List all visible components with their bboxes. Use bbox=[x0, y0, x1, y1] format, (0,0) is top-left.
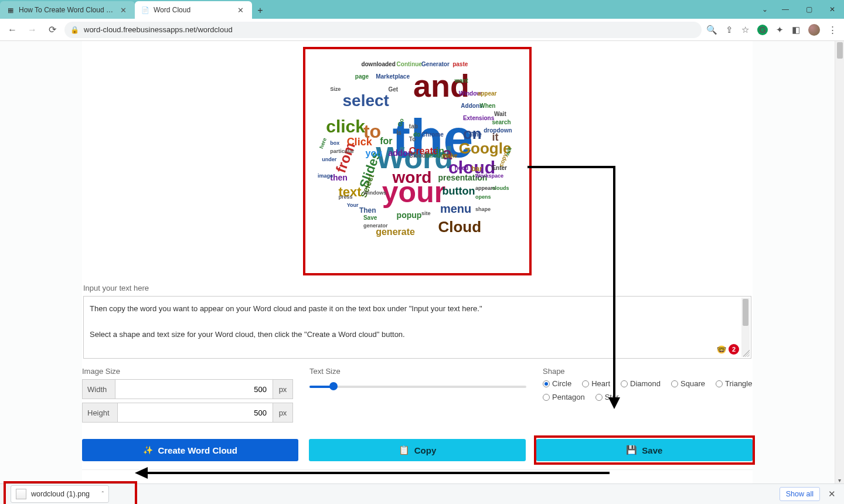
height-input[interactable] bbox=[117, 403, 273, 423]
close-download-shelf-button[interactable]: ✕ bbox=[826, 486, 838, 502]
page-viewport: ▴ ▾ theandWordyourclickselecttoonGooglec… bbox=[0, 41, 844, 483]
tab-title: Word Cloud bbox=[154, 6, 232, 14]
show-all-downloads-button[interactable]: Show all bbox=[780, 487, 820, 501]
textarea-scrollbar[interactable] bbox=[741, 298, 750, 357]
shape-option-heart[interactable]: Heart bbox=[582, 379, 610, 388]
text-input-wrapper: 🤓 2 bbox=[83, 296, 751, 359]
window-close-button[interactable]: ✕ bbox=[821, 0, 844, 19]
shape-option-star[interactable]: Star bbox=[595, 393, 619, 401]
window-minimize-button[interactable]: — bbox=[774, 0, 797, 19]
side-panel-icon[interactable]: ◧ bbox=[792, 25, 800, 35]
profile-avatar-icon[interactable] bbox=[808, 24, 820, 36]
browser-tab-active[interactable]: 📄 Word Cloud ✕ bbox=[135, 1, 252, 19]
wordcloud-word: word bbox=[393, 169, 432, 186]
download-item[interactable]: wordcloud (1).png ˆ bbox=[11, 485, 109, 503]
shape-label: Shape bbox=[543, 367, 753, 376]
wordcloud-word: Your bbox=[347, 203, 359, 208]
wordcloud-word: select bbox=[343, 93, 389, 109]
url-text: word-cloud.freebusinessapps.net/wordclou… bbox=[84, 25, 233, 34]
shape-option-label: Pentagon bbox=[552, 393, 585, 401]
copy-button[interactable]: 📋 Copy bbox=[309, 439, 525, 461]
copy-button-label: Copy bbox=[414, 445, 437, 455]
wordcloud-word: Extensions bbox=[463, 115, 494, 121]
wordcloud-word: and bbox=[413, 70, 469, 101]
share-icon[interactable]: ⇪ bbox=[726, 25, 733, 35]
chevron-up-icon[interactable]: ˆ bbox=[101, 491, 104, 498]
page-scrollbar[interactable]: ▴ ▾ bbox=[835, 41, 844, 483]
sparkle-icon: ✨ bbox=[143, 445, 153, 455]
divider bbox=[82, 469, 753, 470]
extensions-puzzle-icon[interactable]: ✦ bbox=[776, 25, 784, 35]
width-input[interactable] bbox=[115, 379, 273, 399]
text-size-label: Text Size bbox=[309, 367, 526, 376]
zoom-icon[interactable]: 🔍 bbox=[706, 25, 717, 35]
textarea-resize-handle[interactable] bbox=[743, 350, 750, 357]
new-tab-button[interactable]: + bbox=[252, 2, 268, 19]
grammarly-issue-badge[interactable]: 2 bbox=[729, 344, 739, 355]
wordcloud-word: generator bbox=[363, 223, 388, 229]
shape-option-square[interactable]: Square bbox=[671, 379, 705, 388]
shape-option-label: Diamond bbox=[630, 379, 661, 388]
download-shelf: wordcloud (1).png ˆ Show all ✕ bbox=[0, 483, 844, 504]
wordcloud-word: Enter bbox=[492, 165, 507, 171]
wordcloud-word: paste bbox=[452, 62, 468, 67]
wordcloud-word: downloaded bbox=[361, 62, 395, 67]
extension-g-icon[interactable]: G bbox=[757, 25, 768, 35]
browser-tab-inactive[interactable]: ▦ How To Create Word Cloud For G ✕ bbox=[0, 1, 135, 19]
scroll-thumb[interactable] bbox=[837, 42, 843, 59]
address-bar[interactable]: 🔒 word-cloud.freebusinessapps.net/wordcl… bbox=[64, 22, 702, 38]
wordcloud-word: Marketplace bbox=[376, 74, 410, 80]
shape-option-triangle[interactable]: Triangle bbox=[716, 379, 752, 388]
wordcloud-word: Save bbox=[363, 215, 377, 221]
wordcloud-word: Windows bbox=[363, 190, 386, 196]
bookmark-star-icon[interactable]: ☆ bbox=[741, 25, 749, 35]
shape-option-label: Star bbox=[605, 393, 619, 401]
forward-button[interactable]: → bbox=[25, 22, 40, 38]
wordcloud-word: particular bbox=[330, 149, 354, 154]
wordcloud-word: under bbox=[322, 157, 336, 162]
wordcloud-word: need bbox=[455, 165, 468, 171]
radio-icon bbox=[595, 394, 603, 401]
wordcloud-word: box bbox=[330, 141, 339, 146]
back-button[interactable]: ← bbox=[5, 22, 20, 38]
wordcloud-word: site bbox=[421, 211, 431, 216]
wordcloud-word: Is bbox=[397, 130, 401, 136]
wordcloud-word: menu bbox=[440, 203, 471, 214]
kebab-menu-icon[interactable]: ⋮ bbox=[828, 25, 837, 35]
wordcloud-word: bar bbox=[471, 165, 482, 172]
download-filename: wordcloud (1).png bbox=[31, 490, 90, 498]
radio-icon bbox=[671, 380, 678, 387]
save-button[interactable]: 💾 Save bbox=[536, 439, 753, 461]
shape-option-diamond[interactable]: Diamond bbox=[621, 379, 661, 388]
shape-option-circle[interactable]: Circle bbox=[543, 379, 571, 388]
file-thumbnail-icon bbox=[16, 489, 26, 499]
save-disk-icon: 💾 bbox=[626, 445, 637, 455]
close-tab-icon[interactable]: ✕ bbox=[235, 6, 246, 15]
window-title-bar: ▦ How To Create Word Cloud For G ✕ 📄 Wor… bbox=[0, 0, 844, 19]
reload-button[interactable]: ⟳ bbox=[45, 22, 60, 38]
close-tab-icon[interactable]: ✕ bbox=[118, 6, 129, 15]
wordcloud-word: clouds bbox=[492, 186, 509, 191]
window-maximize-button[interactable]: ▢ bbox=[797, 0, 821, 19]
wordcloud-word: button bbox=[442, 186, 475, 196]
save-button-label: Save bbox=[642, 445, 662, 455]
scroll-down-arrow-icon[interactable]: ▾ bbox=[835, 477, 844, 483]
source-text-input[interactable] bbox=[84, 297, 751, 356]
tab-search-icon[interactable]: ⌄ bbox=[756, 5, 774, 13]
wordcloud-favicon-icon: 📄 bbox=[141, 5, 150, 15]
wordcloud-word: Then bbox=[359, 207, 376, 214]
grammarly-emoji-icon[interactable]: 🤓 bbox=[717, 345, 726, 354]
create-button-label: Create Word Cloud bbox=[158, 445, 237, 455]
input-text-label: Input your text here bbox=[83, 284, 751, 292]
wordcloud-word: for bbox=[380, 137, 392, 146]
wordcloud-word: dropdown bbox=[484, 128, 512, 134]
text-size-slider[interactable] bbox=[309, 379, 526, 394]
wordcloud-word: Cloud bbox=[438, 219, 481, 234]
clipboard-icon: 📋 bbox=[399, 445, 410, 455]
image-size-label: Image Size bbox=[82, 367, 293, 376]
create-word-cloud-button[interactable]: ✨ Create Word Cloud bbox=[82, 439, 298, 461]
px-unit: px bbox=[273, 379, 293, 399]
lock-icon: 🔒 bbox=[70, 26, 79, 34]
wordcloud-word: When bbox=[479, 103, 495, 109]
shape-option-pentagon[interactable]: Pentagon bbox=[543, 393, 585, 401]
